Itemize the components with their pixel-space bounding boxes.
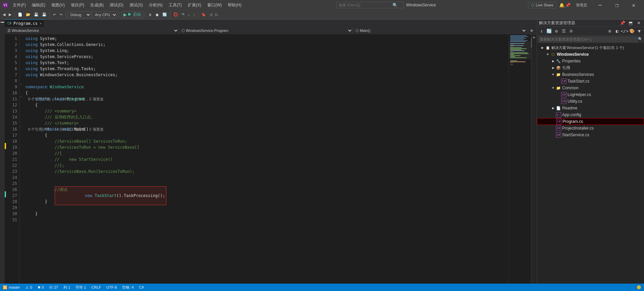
tab-program-cs[interactable]: C# Program.cs ✕ <box>5 19 45 27</box>
stop-button[interactable]: ⏹ <box>154 11 160 18</box>
tree-node-project[interactable]: ▼ ⬡ WindowsService <box>537 51 644 58</box>
fold-16[interactable]: − <box>20 125 22 129</box>
nav-type-select[interactable]: ⬡ WindowsService.Program <box>179 27 353 34</box>
open-button[interactable]: 📂 <box>24 11 32 18</box>
tree-expand-references[interactable]: ▶ <box>550 65 556 70</box>
menu-edit[interactable]: 编辑(E) <box>29 2 48 9</box>
tab-close-button[interactable]: ✕ <box>40 21 42 25</box>
mini-line-27 <box>510 61 526 62</box>
menu-file[interactable]: 文件(F) <box>10 2 29 9</box>
se-pin-button[interactable]: 📌 <box>619 20 626 27</box>
tree-node-utility[interactable]: ▶ C# Utility.cs <box>537 98 644 105</box>
run-button[interactable]: ▶ ▶ 启动 <box>121 11 143 18</box>
tree-node-startservice[interactable]: ▶ C# StartService.cs <box>537 132 644 138</box>
tree-expand-solution[interactable]: ▶ <box>540 45 545 50</box>
se-refresh-button[interactable]: 🔄 <box>546 28 552 35</box>
se-property-button[interactable]: ⚙ <box>606 28 613 35</box>
status-branch[interactable]: 🔀 master <box>3 285 20 290</box>
tree-node-programcs[interactable]: ▶ C# Program.cs <box>537 118 644 125</box>
nav-member-select[interactable]: ⬡ Main() <box>353 27 527 34</box>
tree-node-common[interactable]: ▼ 📁 Common <box>537 85 644 91</box>
menu-debug[interactable]: 调试(D) <box>107 2 126 9</box>
menu-tools[interactable]: 工具(T) <box>166 2 184 9</box>
status-warnings[interactable]: ⚠ 0 <box>25 285 32 290</box>
nav-class-select[interactable]: ☰ WindowsService <box>5 27 179 34</box>
collapse-icon[interactable]: ▶ <box>533 36 535 39</box>
breakpoint-button[interactable]: ⭕ <box>172 11 179 18</box>
debug-config-select[interactable]: Debug Release <box>67 11 91 18</box>
menu-analyze[interactable]: 分析(N) <box>146 2 165 9</box>
nav-prev-button[interactable]: ◁ <box>208 11 213 18</box>
se-expand-button[interactable]: ⬒ <box>627 20 634 27</box>
tree-expand-properties[interactable]: ▶ <box>550 58 556 64</box>
status-language[interactable]: C# <box>139 285 144 289</box>
save-button[interactable]: 💾 <box>33 11 40 18</box>
se-settings-button[interactable]: ⚙ <box>553 28 560 35</box>
tree-node-readme[interactable]: ▶ 📄 Readme <box>537 105 644 111</box>
bookmark-button[interactable]: 🔖 <box>200 11 207 18</box>
se-sync-button[interactable]: ↕ <box>538 28 545 35</box>
tree-node-appconfig[interactable]: ▶ v· App.config <box>537 111 644 118</box>
menu-project[interactable]: 项目(P) <box>68 2 87 9</box>
user-button[interactable]: 管理员 <box>573 1 590 9</box>
se-close-button[interactable]: ✕ <box>635 20 642 27</box>
status-lineend[interactable]: CRLF <box>92 285 101 289</box>
nav-expand-button[interactable]: ⊕ <box>527 28 537 33</box>
menu-window[interactable]: 窗口(W) <box>205 2 224 9</box>
tree-expand-readme[interactable]: ▶ <box>550 105 556 111</box>
fold-9[interactable]: − <box>20 83 22 86</box>
platform-select[interactable]: Any CPU x86 x64 <box>92 11 117 18</box>
step-into-button[interactable]: ↓ <box>186 11 191 18</box>
back-button[interactable]: ◀ <box>1 11 7 18</box>
se-tree[interactable]: ▶ 📋 解决方案'WindowsService'(1 个项目/共 1 个) ▼ … <box>537 43 644 284</box>
restart-button[interactable]: 🔄 <box>161 11 168 18</box>
tree-node-loghelper[interactable]: ▶ C# LogHelper.cs <box>537 91 644 98</box>
menu-build[interactable]: 生成(B) <box>88 2 106 9</box>
se-toolbar: ↕ 🔄 ⚙ ☰ ⊟ ⚙ ◧ </> 🎨 ▼ <box>537 27 644 36</box>
tree-expand-business[interactable]: ▼ <box>550 72 556 77</box>
se-search-input[interactable] <box>538 36 638 42</box>
tree-node-references[interactable]: ▶ 📦 引用 <box>537 64 644 71</box>
save-all-button[interactable]: 💾 <box>41 11 48 18</box>
vs-logo: VS <box>3 2 8 8</box>
status-errors[interactable]: ✖ 0 <box>38 285 44 290</box>
tree-node-taskstart[interactable]: ▶ C# TaskStart.cs <box>537 78 644 85</box>
status-encoding[interactable]: UTF-8 <box>106 285 117 289</box>
redo-button[interactable]: ↪ <box>58 11 64 18</box>
status-feedback[interactable]: 😊 <box>637 285 641 290</box>
forward-button[interactable]: ▶ <box>7 11 13 18</box>
restore-button[interactable]: ❐ <box>609 0 625 10</box>
tree-node-solution[interactable]: ▶ 📋 解决方案'WindowsService'(1 个项目/共 1 个) <box>537 44 644 51</box>
toolbar-separator-7 <box>198 12 198 18</box>
tree-expand-common[interactable]: ▼ <box>550 85 556 91</box>
menu-test[interactable]: 测试(S) <box>127 2 146 9</box>
new-project-button[interactable]: 📄 <box>16 11 24 18</box>
status-indent[interactable]: 空格: 4 <box>122 285 133 290</box>
tree-node-projectinstaller[interactable]: ▶ C# ProjectInstaller.cs <box>537 125 644 132</box>
menu-help[interactable]: 帮助(H) <box>225 2 244 9</box>
menu-view[interactable]: 视图(V) <box>49 2 67 9</box>
minimap-scrollbar-thumb[interactable] <box>531 38 532 48</box>
tree-expand-project[interactable]: ▼ <box>545 52 550 57</box>
minimap-scrollbar[interactable] <box>531 34 532 284</box>
se-design-button[interactable]: 🎨 <box>629 28 635 35</box>
se-view-button[interactable]: ◧ <box>614 28 621 35</box>
minimize-button[interactable]: ─ <box>592 0 608 10</box>
undo-button[interactable]: ↩ <box>52 11 57 18</box>
fold-11[interactable]: − <box>20 95 22 98</box>
tree-node-properties[interactable]: ▶ 🔧 Properties <box>537 58 644 64</box>
live-share-button[interactable]: ⬡ Live Share <box>528 2 556 8</box>
tree-node-business[interactable]: ▼ 📁 BusinessServices <box>537 71 644 78</box>
code-content[interactable]: using System; using System.Collections.G… <box>24 34 508 284</box>
step-out-button[interactable]: ↑ <box>192 11 197 18</box>
se-more-button[interactable]: ▼ <box>636 28 643 35</box>
step-over-button[interactable]: ↷ <box>180 11 186 18</box>
se-collapse-all-button[interactable]: ⊟ <box>568 28 575 35</box>
pause-button[interactable]: ⏸ <box>147 11 153 18</box>
nav-next-button[interactable]: ▷ <box>214 11 219 18</box>
se-filter-button[interactable]: ☰ <box>560 28 567 35</box>
close-button[interactable]: ✕ <box>626 0 641 10</box>
menu-extensions[interactable]: 扩展(X) <box>185 2 204 9</box>
se-code-button[interactable]: </> <box>621 28 628 35</box>
search-input[interactable] <box>339 3 392 7</box>
